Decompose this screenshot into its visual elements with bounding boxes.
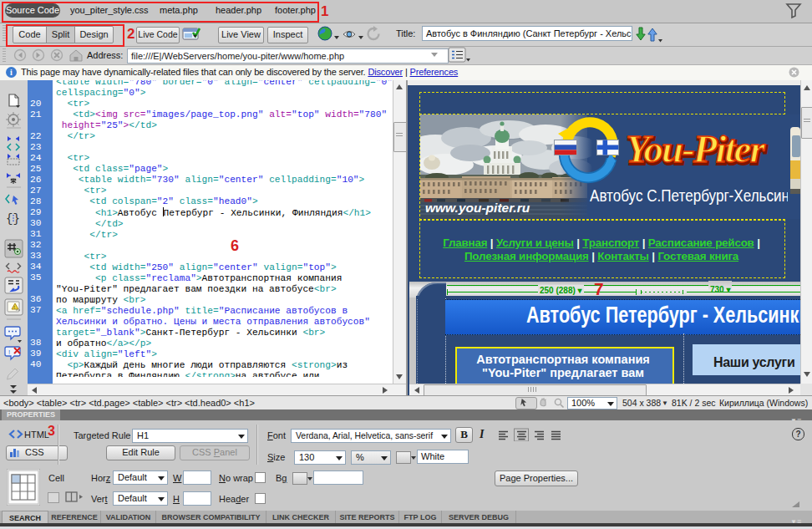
svg-text:You-Piter: You-Piter <box>626 127 765 170</box>
svg-text:Автобус С.Петербург-Хельсинки: Автобус С.Петербург-Хельсинки <box>590 186 800 205</box>
svg-text:{}: {} <box>6 212 20 226</box>
svg-text:www.you-piter.ru: www.you-piter.ru <box>425 201 530 215</box>
svg-text:!: ! <box>8 348 10 356</box>
